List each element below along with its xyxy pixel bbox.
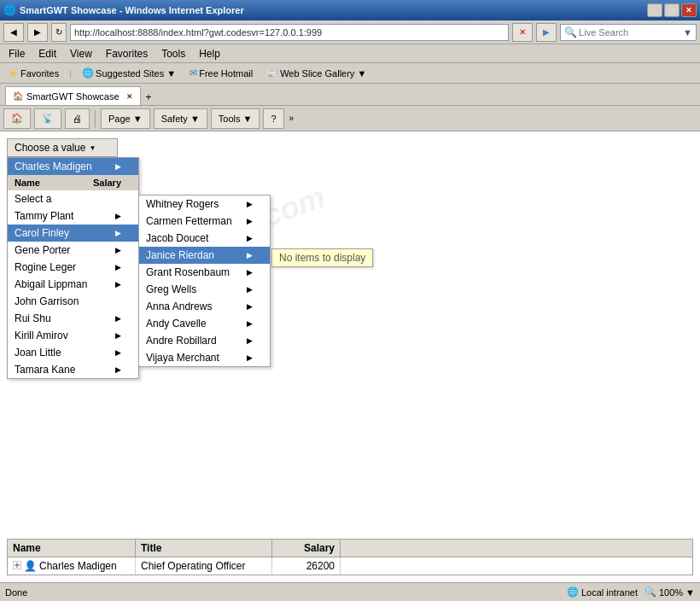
submenu-arrow-icon: ▶	[115, 212, 121, 220]
menu-item-joan-little[interactable]: Joan Little ▶	[8, 344, 138, 361]
menu-item-charles-madigen[interactable]: Charles Madigen ▶	[8, 158, 138, 175]
menu-file[interactable]: File	[3, 46, 30, 61]
stop-button[interactable]: ✕	[512, 23, 533, 42]
status-text: Done	[5, 587, 27, 598]
submenu-arrow-icon: ▶	[115, 348, 121, 357]
hotmail-label: Free Hotmail	[199, 68, 253, 79]
safety-menu-button[interactable]: Safety ▼	[154, 108, 207, 129]
page-menu-button[interactable]: Page ▼	[101, 108, 150, 129]
menu-item-vijaya-merchant[interactable]: Vijaya Merchant ▶	[139, 349, 270, 366]
zoom-indicator[interactable]: 🔍 100% ▼	[645, 586, 695, 598]
menu-item-anna-andrews[interactable]: Anna Andrews ▶	[139, 298, 270, 315]
hotmail-icon: ✉	[190, 67, 197, 79]
person-icon: 👤	[24, 560, 37, 572]
menu-item-whitney-rogers[interactable]: Whitney Rogers ▶	[139, 195, 270, 213]
submenu-arrow-icon: ▶	[115, 263, 121, 271]
table-row[interactable]: 👤 Charles Madigen Chief Operating Office…	[7, 557, 693, 575]
print-button[interactable]: 🖨	[65, 108, 90, 129]
status-bar: Done 🌐 Local intranet 🔍 100% ▼	[0, 582, 700, 601]
menu-item-rui-shu[interactable]: Rui Shu ▶	[8, 310, 138, 327]
menu-item-andre-robillard[interactable]: Andre Robillard ▶	[139, 332, 270, 349]
suggested-sites-link[interactable]: 🌐 Suggested Sites ▼	[79, 67, 179, 79]
minimize-button[interactable]: _	[647, 3, 662, 17]
favorites-bar: ★ Favorites | 🌐 Suggested Sites ▼ ✉ Free…	[0, 63, 700, 84]
menu-item-tammy-plant[interactable]: Tammy Plant ▶	[8, 207, 138, 225]
safety-label: Safety ▼	[161, 114, 200, 124]
menu-item-grant-rosenbaum[interactable]: Grant Rosenbaum ▶	[139, 264, 270, 281]
chevron-down-icon: ▼	[89, 144, 96, 152]
menu-item-carol-finley[interactable]: Carol Finley ▶	[8, 225, 138, 242]
level2-menu: Whitney Rogers ▶ Carmen Fetterman ▶ Jaco…	[138, 195, 271, 367]
level1-menu: Charles Madigen ▶ Name Salary Select a T…	[7, 157, 139, 379]
menu-item-john-garrison[interactable]: John Garrison	[8, 293, 138, 310]
toolbar-more-button[interactable]: »	[288, 112, 296, 125]
web-slice-label: Web Slice Gallery ▼	[280, 68, 366, 79]
page-label: Page ▼	[108, 114, 143, 124]
maximize-button[interactable]: □	[664, 3, 680, 17]
submenu-arrow-icon: ▶	[247, 234, 253, 242]
menu-item-greg-wells[interactable]: Greg Wells ▶	[139, 281, 270, 298]
menu-item-rogine-leger[interactable]: Rogine Leger ▶	[8, 259, 138, 276]
new-tab-button[interactable]: +	[141, 90, 157, 105]
menu-item-janice-rierdan[interactable]: Janice Rierdan ▶	[139, 247, 270, 264]
menu-item-gene-porter[interactable]: Gene Porter ▶	[8, 242, 138, 259]
menu-tools[interactable]: Tools	[156, 46, 190, 61]
menu-item-name-header: Name Salary	[8, 175, 138, 190]
submenu-arrow-icon: ▶	[247, 268, 253, 277]
cell-salary: 26200	[272, 557, 341, 575]
menu-favorites[interactable]: Favorites	[101, 46, 153, 61]
free-hotmail-link[interactable]: ✉ Free Hotmail	[186, 67, 256, 79]
tools-menu-button[interactable]: Tools ▼	[211, 108, 260, 129]
home-button[interactable]: 🏠	[3, 108, 31, 129]
forward-button[interactable]: ▶	[27, 23, 48, 42]
menu-item-kirill-amirov[interactable]: Kirill Amirov ▶	[8, 327, 138, 344]
submenu-arrow-icon: ▶	[115, 365, 121, 374]
web-slice-icon: 📰	[266, 67, 278, 79]
go-button[interactable]: ▶	[536, 23, 557, 42]
suggested-sites-label: Suggested Sites ▼	[96, 68, 176, 79]
favorites-button[interactable]: ★ Favorites	[5, 66, 62, 80]
help-button[interactable]: ?	[263, 108, 283, 129]
menu-edit[interactable]: Edit	[33, 46, 61, 61]
submenu-arrow-icon: ▶	[247, 285, 253, 294]
submenu-arrow-icon: ▶	[115, 162, 121, 171]
address-input-box[interactable]: http://localhost:8888/index.html?gwt.cod…	[70, 24, 509, 41]
tab-smartgwt-showcase[interactable]: 🏠 SmartGWT Showcase ✕	[5, 86, 141, 105]
submenu-arrow-icon: ▶	[115, 331, 121, 340]
expand-icon[interactable]	[13, 561, 21, 571]
submenu-arrow-icon: ▶	[115, 280, 121, 289]
submenu-arrow-icon: ▶	[247, 251, 253, 260]
submenu-arrow-icon: ▶	[115, 246, 121, 254]
menu-help[interactable]: Help	[194, 46, 225, 61]
data-grid: Name Title Salary	[7, 539, 693, 575]
zoom-icon: 🔍	[645, 586, 656, 598]
menu-item-jacob-doucet[interactable]: Jacob Doucet ▶	[139, 230, 270, 247]
menu-item-select[interactable]: Select a	[8, 190, 138, 207]
choose-value-dropdown[interactable]: Choose a value ▼	[7, 138, 118, 157]
back-button[interactable]: ◀	[3, 23, 24, 42]
menu-view[interactable]: View	[65, 46, 97, 61]
rss-button[interactable]: 📡	[34, 108, 61, 129]
close-button[interactable]: ✕	[681, 3, 697, 17]
submenu-arrow-icon: ▶	[247, 319, 253, 328]
submenu-arrow-icon: ▶	[115, 229, 121, 237]
search-input[interactable]	[579, 27, 681, 38]
menu-item-carmen-fetterman[interactable]: Carmen Fetterman ▶	[139, 213, 270, 230]
cell-name-value: Charles Madigen	[39, 560, 117, 572]
zoom-arrow-icon: ▼	[685, 587, 695, 598]
suggested-sites-icon: 🌐	[82, 67, 94, 79]
web-slice-gallery-link[interactable]: 📰 Web Slice Gallery ▼	[263, 67, 370, 79]
search-go-icon[interactable]: ▼	[683, 27, 692, 38]
zone-label: Local intranet	[581, 587, 638, 598]
submenu-arrow-icon: ▶	[115, 314, 121, 323]
menu-item-tamara-kane[interactable]: Tamara Kane ▶	[8, 361, 138, 378]
salary-header: Salary	[93, 178, 121, 188]
zone-icon: 🌐	[567, 586, 579, 598]
menu-item-abigail-lippman[interactable]: Abigail Lippman ▶	[8, 276, 138, 293]
refresh-button[interactable]: ↻	[51, 23, 67, 42]
menu-item-andy-cavelle[interactable]: Andy Cavelle ▶	[139, 315, 270, 332]
no-items-label: No items to display	[279, 252, 365, 264]
tab-close-icon[interactable]: ✕	[126, 92, 133, 101]
tab-bar: 🏠 SmartGWT Showcase ✕ +	[0, 84, 700, 106]
grid-header: Name Title Salary	[7, 539, 693, 557]
